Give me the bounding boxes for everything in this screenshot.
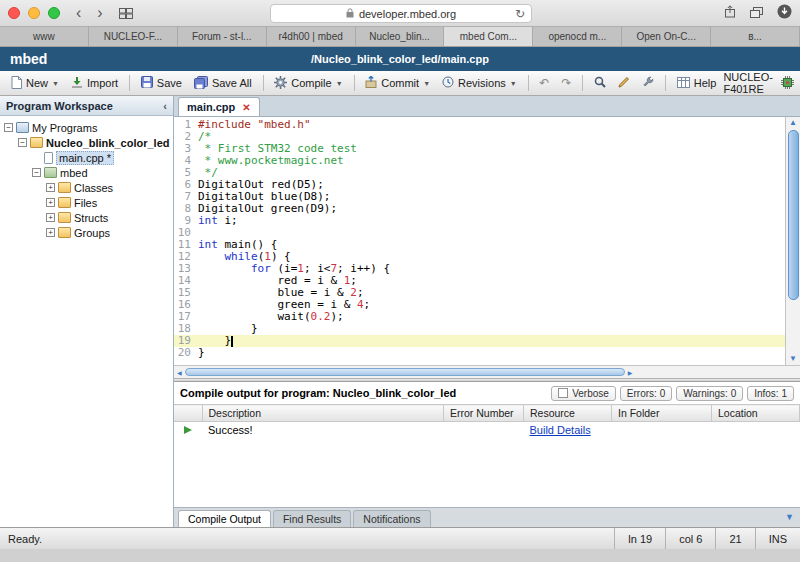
browser-tab[interactable]: Forum - st-l... <box>178 27 267 46</box>
help-button[interactable]: Help <box>672 75 722 92</box>
save-button[interactable]: Save <box>136 74 187 92</box>
close-window-button[interactable] <box>8 7 20 19</box>
editor-horizontal-scrollbar[interactable]: ◀ ▶ <box>174 365 800 378</box>
tree-item-mbed[interactable]: −mbed <box>0 165 173 180</box>
forward-button[interactable]: › <box>97 5 102 21</box>
device-chip-icon[interactable] <box>781 76 794 91</box>
status-count-indicator: 21 <box>715 528 754 549</box>
compile-button-label: Compile <box>291 77 331 89</box>
back-button[interactable]: ‹ <box>76 5 81 21</box>
top-sites-icon[interactable] <box>119 8 133 19</box>
code-text: #include "mbed.h" <box>198 119 785 131</box>
browser-tab[interactable]: в... <box>711 27 800 46</box>
toolbar-separator <box>665 75 666 91</box>
errors-badge: Errors: 0 <box>620 386 672 401</box>
tree-item-label: Classes <box>74 182 113 194</box>
tab-overview-icon[interactable] <box>750 4 763 22</box>
scrollbar-thumb[interactable] <box>185 368 625 376</box>
verbose-checkbox[interactable] <box>558 388 568 398</box>
folder-icon <box>58 197 71 208</box>
tree-item-my-programs[interactable]: −My Programs <box>0 120 173 135</box>
editor-tab-main-cpp[interactable]: main.cpp ✕ <box>178 97 260 116</box>
format-button[interactable] <box>613 74 635 92</box>
code-token: ; <box>364 298 371 311</box>
reload-icon[interactable]: ↻ <box>515 7 525 21</box>
code-line[interactable]: 8DigitalOut green(D9); <box>174 203 785 215</box>
url-bar[interactable]: developer.mbed.org ↻ <box>270 4 532 23</box>
redo-icon: ↷ <box>561 77 571 89</box>
tree-expander-icon[interactable]: − <box>18 138 27 147</box>
browser-tab[interactable]: openocd m... <box>533 27 622 46</box>
code-line[interactable]: 4 * www.pocketmagic.net <box>174 155 785 167</box>
code-text: wait(0.2); <box>198 311 785 323</box>
column-header-icon <box>174 405 202 422</box>
browser-tab[interactable]: mbed Com... <box>444 27 533 46</box>
code-text: } <box>198 335 785 347</box>
commit-button[interactable]: Commit ▼ <box>360 74 435 92</box>
zoom-window-button[interactable] <box>48 7 60 19</box>
browser-tab[interactable]: NUCLEO-F... <box>89 27 178 46</box>
tree-item-files[interactable]: +Files <box>0 195 173 210</box>
tree-expander-icon[interactable]: − <box>32 168 41 177</box>
tree-item-structs[interactable]: +Structs <box>0 210 173 225</box>
undo-button[interactable]: ↶ <box>534 75 554 91</box>
code-line[interactable]: 9int i; <box>174 215 785 227</box>
code-line[interactable]: 20} <box>174 347 785 359</box>
code-line[interactable]: 1#include "mbed.h" <box>174 119 785 131</box>
tree-item-groups[interactable]: +Groups <box>0 225 173 240</box>
import-button[interactable]: Import <box>66 74 123 92</box>
editor-vertical-scrollbar[interactable]: ▲ ▼ <box>785 117 800 365</box>
collapse-panel-icon[interactable]: ‹ <box>163 100 167 112</box>
save-all-button[interactable]: Save All <box>189 74 257 93</box>
tab-notifications[interactable]: Notifications <box>353 510 430 527</box>
compile-button[interactable]: Compile ▼ <box>269 74 347 93</box>
scroll-up-icon[interactable]: ▲ <box>789 117 797 129</box>
in-folder-cell <box>612 422 712 439</box>
browser-tab[interactable]: Open On-C... <box>622 27 711 46</box>
verbose-toggle[interactable]: Verbose <box>551 386 616 401</box>
close-tab-icon[interactable]: ✕ <box>242 102 250 113</box>
new-button[interactable]: New ▼ <box>6 74 64 93</box>
mbed-logo[interactable]: mbed <box>0 51 47 67</box>
code-line[interactable]: 19 } <box>174 335 785 347</box>
redo-button[interactable]: ↷ <box>556 75 576 91</box>
status-bar: Ready. ln 19 col 6 21 INS <box>0 527 800 549</box>
status-col-indicator: col 6 <box>665 528 715 549</box>
scroll-down-icon[interactable]: ▼ <box>789 353 797 365</box>
infos-badge: Infos: 1 <box>747 386 794 401</box>
scrollbar-thumb[interactable] <box>788 130 799 300</box>
preferences-button[interactable] <box>637 74 659 92</box>
chevron-down-icon: ▼ <box>423 80 430 87</box>
scroll-left-icon[interactable]: ◀ <box>177 369 182 376</box>
url-text: developer.mbed.org <box>359 8 456 20</box>
tree-expander-icon[interactable]: + <box>46 183 55 192</box>
import-icon <box>71 76 83 90</box>
tab-find-results[interactable]: Find Results <box>273 510 351 527</box>
tree-item-label: My Programs <box>32 122 97 134</box>
code-text: DigitalOut green(D9); <box>198 203 785 215</box>
code-line[interactable]: 18 } <box>174 323 785 335</box>
tab-compile-output[interactable]: Compile Output <box>178 510 271 527</box>
tree-expander-icon[interactable]: + <box>46 198 55 207</box>
tree-expander-icon[interactable]: + <box>46 213 55 222</box>
code-area[interactable]: 1#include "mbed.h"2/*3 * First STM32 cod… <box>174 117 785 365</box>
revisions-button[interactable]: Revisions ▼ <box>437 74 522 92</box>
folder-icon <box>58 182 71 193</box>
find-button[interactable] <box>589 74 611 92</box>
browser-tab[interactable]: r4dh00 | mbed <box>267 27 356 46</box>
browser-tab[interactable]: Nucleo_blin... <box>356 27 445 46</box>
scroll-right-icon[interactable]: ▶ <box>628 369 633 376</box>
tree-item-nucleo-blink-color-led[interactable]: −Nucleo_blink_color_led <box>0 135 173 150</box>
downloads-icon[interactable] <box>777 4 792 23</box>
tree-item-classes[interactable]: +Classes <box>0 180 173 195</box>
build-details-link[interactable]: Build Details <box>530 424 591 436</box>
tree-item-main-cpp[interactable]: main.cpp * <box>0 150 173 165</box>
share-icon[interactable] <box>724 4 736 22</box>
code-line[interactable]: 17 wait(0.2); <box>174 311 785 323</box>
tree-item-label: Files <box>74 197 97 209</box>
tree-expander-icon[interactable]: − <box>4 123 13 132</box>
browser-tab[interactable]: www <box>0 27 89 46</box>
tree-expander-icon[interactable]: + <box>46 228 55 237</box>
collapse-output-panel-icon[interactable]: ▼ <box>785 512 794 522</box>
minimize-window-button[interactable] <box>28 7 40 19</box>
